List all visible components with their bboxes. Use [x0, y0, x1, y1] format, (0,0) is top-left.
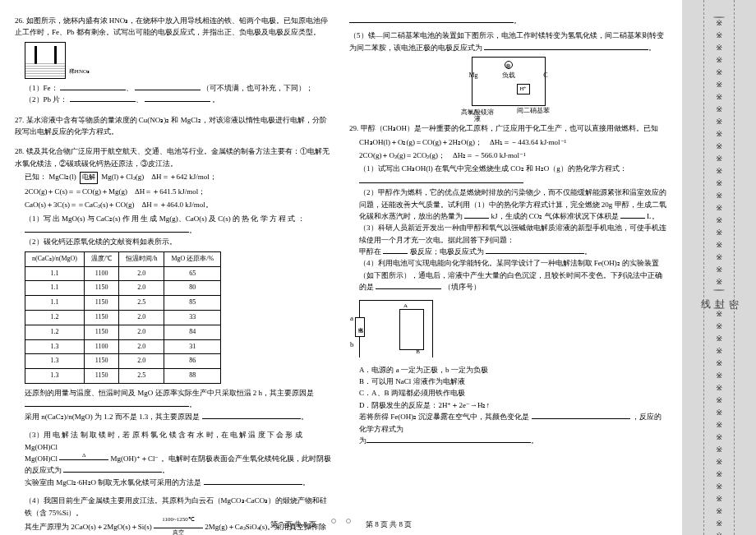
td: 1150 — [85, 281, 119, 296]
option-b: B．可以用 NaCl 溶液作为电解液 — [359, 376, 667, 387]
q29-intro: 甲醇（CH₃OH）是一种重要的化工原料，广泛应用于化工生产，也可以直接用做燃料。… — [361, 124, 659, 132]
option-d: D．阴极发生的反应是：2H⁺＋2e⁻→H₂↑ — [359, 399, 667, 411]
td: 1150 — [85, 311, 119, 325]
q29-sub3: （3）科研人员新近开发出一种由甲醇和氧气以强碱做电解质溶液的新型手机电池，可使手… — [359, 222, 667, 246]
blank[interactable] — [349, 15, 514, 23]
td: 1.2 — [25, 325, 85, 339]
th: n(CaC₂)/n(MgO) — [25, 251, 85, 266]
td: 1.3 — [25, 339, 85, 354]
blank[interactable] — [145, 94, 210, 102]
td: 1150 — [85, 369, 119, 384]
blank[interactable] — [532, 411, 630, 419]
option-list: A．电源的 a 一定为正极，b 一定为负极 B．可以用 NaCl 溶液作为电解液… — [349, 364, 667, 412]
c-electrode: C — [543, 71, 547, 81]
eq-right: Mg(OH)⁺＋Cl⁻ — [111, 454, 159, 463]
dash-line — [703, 0, 704, 535]
text: 采用 n(CaC₂)/n(MgO) 为 1.2 而不是 1.3，其主要原因是 — [25, 413, 200, 421]
blank[interactable] — [484, 42, 648, 50]
q28-sub5: 。 （5）镁—间二硝基苯电池的装置如下图所示，电池工作时镁转变为氢氧化镁，间二硝… — [349, 15, 667, 106]
blank[interactable] — [359, 175, 523, 183]
q29-num: 29. — [349, 124, 358, 132]
page-footer-left: 第 7 页 共 8 页 — [270, 519, 316, 530]
td: 1100 — [85, 339, 119, 354]
arrow-top: 1100~1250℃ — [161, 516, 196, 523]
td: 1150 — [85, 296, 119, 311]
mg-electrode: Mg — [469, 71, 478, 81]
td: 80 — [164, 281, 221, 296]
q26-sub1: （1）Fe： 、 （可不填满，也可补充，下同）； — [25, 82, 333, 94]
terminal-b: b — [350, 339, 354, 350]
compound-label: 间二硝基苯 — [517, 106, 550, 117]
text: 甲醇在 — [359, 247, 381, 256]
blank[interactable] — [486, 246, 584, 254]
electrode-a-label: A — [403, 302, 408, 311]
td: 1100 — [85, 266, 119, 281]
arrow-bottom: 真空 — [154, 528, 203, 535]
terminal-a: a — [350, 312, 353, 324]
arrow-top: Δ — [81, 452, 87, 459]
q26-diagram — [25, 42, 66, 79]
blank[interactable] — [25, 399, 189, 407]
blank[interactable] — [383, 246, 408, 254]
power-source: 电源 — [355, 317, 365, 337]
load-label: 负载 — [502, 71, 515, 79]
td: 2.5 — [119, 296, 164, 311]
dash-line — [734, 0, 735, 535]
td: 1.3 — [25, 369, 85, 384]
q28-num: 28. — [15, 147, 24, 155]
q28-table: n(CaC₂)/n(MgO) 温度/℃ 恒温时间/h MgO 还原率/% 1.1… — [25, 251, 221, 384]
blank[interactable] — [376, 281, 441, 289]
binding-dot — [331, 519, 336, 523]
blank[interactable] — [25, 224, 189, 233]
q28-sub2-q2: 采用 n(CaC₂)/n(MgO) 为 1.2 而不是 1.3，其主要原因是 。 — [25, 411, 333, 422]
blank[interactable] — [202, 411, 301, 419]
q28-sub2-intro: （2）碳化钙还原氧化镁的文献资料如表所示。 — [25, 236, 333, 247]
blank[interactable] — [204, 477, 302, 485]
question-26: 26. 如图所示，烧杯内盛有浓 HNO₃，在烧杯中放入用导线相连的铁、铅两个电极… — [15, 15, 333, 106]
blank[interactable] — [620, 210, 645, 219]
td: 2.0 — [119, 325, 164, 339]
seal-text: ※※※※※※※※※※※※※※※※※※※※※※ — [715, 18, 724, 289]
blank[interactable] — [135, 82, 201, 90]
circuit-diagram: 电源 a b A B — [359, 300, 433, 357]
q26-sub1-label: （1）Fe： — [25, 84, 58, 92]
eq-left: 其生产原理为 2CaO(s)＋2MgO(s)＋Si(s) — [25, 523, 152, 531]
blank[interactable] — [366, 435, 531, 443]
text: kJ，生成的 CO₂ 气体标准状况下体积是 — [491, 212, 619, 220]
text: （填序号） — [444, 283, 481, 291]
text: 极反应；电极反应式为 — [410, 247, 484, 256]
reaction-arrow: 1100~1250℃ 真空 — [154, 519, 203, 535]
blank[interactable] — [70, 94, 136, 102]
q28-sub2-q1: 还原剂的用量与温度、恒温时间及 MgO 还原率实际生产中只采取恒温 2 h，其主… — [25, 387, 333, 411]
eq: 2CO(g)＋C(s)＝＝CO(g)＋Mg(g) ΔH＝＋641.5 kJ/mo… — [25, 186, 333, 197]
q29-sub4: （4）利用电池可实现电能向化学能转化。某同学设计了一种电解法制取 Fe(OH)₂… — [359, 257, 667, 293]
electrode-b-label: B — [416, 348, 420, 357]
td: 2.0 — [119, 266, 164, 281]
text: 实验室由 MgCl₂·6H₂O 制取无水氯化镁可采用的方法是 — [25, 478, 201, 487]
q28-intro: 镁及其化合物广泛应用于航空航天、交通、电池等行业。金属镁的制备方法主要有：①电解… — [15, 147, 330, 167]
blank[interactable] — [60, 82, 126, 90]
reaction-arrow: Δ — [59, 454, 108, 464]
td: 2.0 — [119, 354, 164, 369]
q28-sub4: （4）我国目前生产金属镁主要用皮江法。其原料为白云石（MgCO₃·CaCO₃）的… — [25, 495, 333, 519]
q26-sub1-tail: （可不填满，也可补充，下同）； — [202, 84, 313, 92]
td: 2.0 — [119, 339, 164, 354]
blank[interactable] — [63, 464, 162, 473]
seal-text: ※※※※※※※※※※※※※※※※※※※※※※ — [715, 309, 724, 535]
q26-text: 如图所示，烧杯内盛有浓 HNO₃，在烧杯中放入用导线相连的铁、铅两个电极。已知原… — [15, 16, 328, 36]
solution-label: 高氯酸镁溶液 — [461, 109, 494, 124]
blank[interactable] — [464, 210, 489, 219]
th: MgO 还原率/% — [164, 251, 221, 266]
q27-num: 27. — [15, 116, 24, 124]
td: 1.1 — [25, 296, 85, 311]
q28-sub3-eq: Mg(OH)Cl Δ Mg(OH)⁺＋Cl⁻ 。电解时在阴极表面会产生氧化镁钝化… — [25, 453, 333, 477]
eq-part: MgCl₂(l) — [48, 173, 76, 181]
th: 温度/℃ — [85, 251, 119, 266]
td: 84 — [164, 325, 221, 339]
h-ion: H⁺ — [517, 84, 529, 95]
td: 1.1 — [25, 266, 85, 281]
q29-sub3b: 甲醇在 极反应；电极反应式为 。 — [359, 246, 667, 257]
td: 33 — [164, 311, 221, 325]
td: 85 — [164, 296, 221, 311]
page-left: 26. 如图所示，烧杯内盛有浓 HNO₃，在烧杯中放入用导线相连的铁、铅两个电极… — [0, 0, 341, 535]
